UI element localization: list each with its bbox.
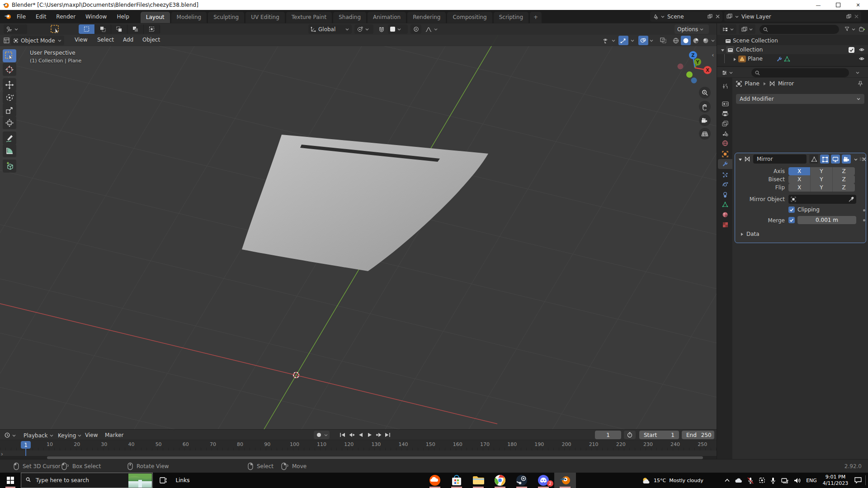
modifier-on-cage-toggle[interactable] <box>809 155 818 164</box>
breadcrumb-object[interactable]: Plane <box>745 80 760 87</box>
timeline-ruler[interactable]: 1020304050607080901001101201301401501601… <box>0 440 717 450</box>
play-button[interactable] <box>365 431 374 439</box>
viewport-canvas[interactable] <box>0 35 717 429</box>
prev-keyframe-button[interactable] <box>347 431 356 439</box>
tray-hidden-icons-chevron[interactable] <box>722 473 732 488</box>
tab-texture[interactable] <box>718 220 732 230</box>
taskbar-app-blender[interactable] <box>554 473 576 488</box>
outliner-filter-dropdown[interactable] <box>842 24 858 34</box>
taskbar-app-steam[interactable] <box>511 473 533 488</box>
object-visibility-dropdown[interactable] <box>600 36 610 45</box>
hide-eye-icon[interactable] <box>859 47 865 52</box>
search-highlight-image[interactable] <box>128 474 152 488</box>
taskbar-search[interactable]: Type here to search <box>21 473 153 488</box>
menu-item[interactable]: File <box>12 14 31 20</box>
show-gizmo-toggle[interactable] <box>618 36 628 45</box>
select-menu[interactable]: Select <box>97 37 114 43</box>
flip-z-button[interactable]: Z <box>833 183 855 192</box>
collapse-triangle-icon[interactable] <box>738 157 742 161</box>
properties-editor-type-button[interactable] <box>719 68 736 77</box>
gizmo-neg-y[interactable] <box>686 71 693 78</box>
axis-x-button[interactable]: X <box>788 167 811 175</box>
tab-tool[interactable] <box>718 81 732 91</box>
pivot-point-dropdown[interactable] <box>354 24 373 34</box>
pin-icon[interactable] <box>857 81 863 87</box>
taskbar-app-microsoft-store[interactable] <box>446 473 467 488</box>
merge-threshold-field[interactable]: 0.001 m <box>797 216 856 224</box>
flip-x-button[interactable]: X <box>788 183 811 192</box>
maximize-button[interactable] <box>828 0 848 10</box>
transform-orientation-dropdown[interactable]: Global <box>308 24 352 34</box>
pan-button[interactable] <box>699 101 711 113</box>
tab-modifiers[interactable] <box>718 159 732 169</box>
select-mode-subtract[interactable] <box>111 24 127 34</box>
breadcrumb-modifier[interactable]: Mirror <box>778 80 794 87</box>
workspace-tab[interactable]: Sculpting <box>208 12 244 23</box>
add-menu[interactable]: Add <box>123 37 133 43</box>
expand-triangle-icon[interactable] <box>732 57 736 61</box>
shading-wireframe-button[interactable] <box>671 36 681 45</box>
outliner-row-collection[interactable]: Collection <box>717 45 868 54</box>
view-layer-selector[interactable]: View Layer <box>724 11 861 22</box>
plane-mesh-object[interactable] <box>242 135 488 271</box>
timeline-view-menu[interactable]: View <box>85 432 98 438</box>
proportional-falloff-dropdown[interactable] <box>423 24 443 34</box>
show-overlays-toggle[interactable] <box>638 36 648 45</box>
select-mode-new[interactable] <box>79 24 95 34</box>
animate-dot[interactable] <box>863 209 865 211</box>
axis-z-button[interactable]: Z <box>833 167 855 175</box>
microphone-muted-icon[interactable] <box>745 473 756 488</box>
chevron-down-icon[interactable] <box>649 38 654 43</box>
microphone-icon[interactable] <box>768 473 778 488</box>
select-mode-invert[interactable] <box>127 24 144 34</box>
onedrive-icon[interactable] <box>732 473 745 488</box>
start-button[interactable] <box>0 473 21 488</box>
outliner-editor-type-button[interactable] <box>720 24 736 34</box>
show-desktop-divider[interactable] <box>865 475 866 485</box>
modifier-edit-mode-toggle[interactable] <box>820 155 829 164</box>
tab-particles[interactable] <box>718 170 732 180</box>
modifier-realtime-toggle[interactable] <box>831 155 840 164</box>
tab-object[interactable] <box>718 149 732 159</box>
workspace-tab[interactable]: Modeling <box>171 12 207 23</box>
active-tool-dropdown[interactable] <box>4 24 27 34</box>
taskbar-weather[interactable]: 15°C Mostly cloudy <box>642 473 705 488</box>
properties-search-input[interactable] <box>751 68 849 77</box>
toggle-perspective-button[interactable] <box>699 128 711 140</box>
data-subpanel-header[interactable]: Data <box>740 231 760 237</box>
jump-to-end-button[interactable] <box>383 431 392 439</box>
end-frame-field[interactable]: End250 <box>682 431 714 439</box>
remove-view-layer-icon[interactable] <box>854 14 859 19</box>
workspace-tab[interactable]: Scripting <box>494 12 528 23</box>
bisect-x-button[interactable]: X <box>788 175 811 183</box>
menu-item[interactable]: Window <box>80 14 112 20</box>
drag-handle-icon[interactable] <box>859 157 865 162</box>
workspace-tab[interactable]: Rendering <box>407 12 446 23</box>
tab-object-data[interactable] <box>718 200 732 210</box>
menu-item[interactable]: Render <box>51 14 80 20</box>
menu-item[interactable]: Edit <box>31 14 51 20</box>
taskbar-app-file-explorer[interactable] <box>467 473 489 488</box>
tool-cursor[interactable] <box>3 63 16 76</box>
current-frame-field[interactable]: 1 <box>595 431 621 439</box>
object-menu[interactable]: Object <box>142 37 160 43</box>
bisect-z-button[interactable]: Z <box>833 175 855 183</box>
tab-render[interactable] <box>718 99 732 108</box>
play-reverse-button[interactable] <box>356 431 365 439</box>
viewport-3d[interactable]: Object Mode View Select Add Object <box>0 35 717 429</box>
screen-snip-icon[interactable] <box>756 473 768 488</box>
modifier-render-toggle[interactable] <box>842 155 851 164</box>
outliner-row-plane[interactable]: Plane <box>717 54 868 63</box>
use-preview-range-button[interactable] <box>624 431 636 439</box>
links-toolbar[interactable]: Links <box>174 473 192 488</box>
snap-toggle[interactable] <box>376 24 387 34</box>
action-center-icon[interactable] <box>852 473 864 488</box>
workspace-tab[interactable]: Shading <box>333 12 366 23</box>
gizmo-neg-x[interactable] <box>678 64 684 70</box>
tab-physics[interactable] <box>718 180 732 190</box>
playback-menu[interactable]: Playback <box>21 431 56 440</box>
workspace-tab[interactable]: UV Editing <box>245 12 285 23</box>
volume-icon[interactable] <box>791 473 804 488</box>
tab-output[interactable] <box>718 108 732 118</box>
tool-measure[interactable] <box>3 144 16 157</box>
